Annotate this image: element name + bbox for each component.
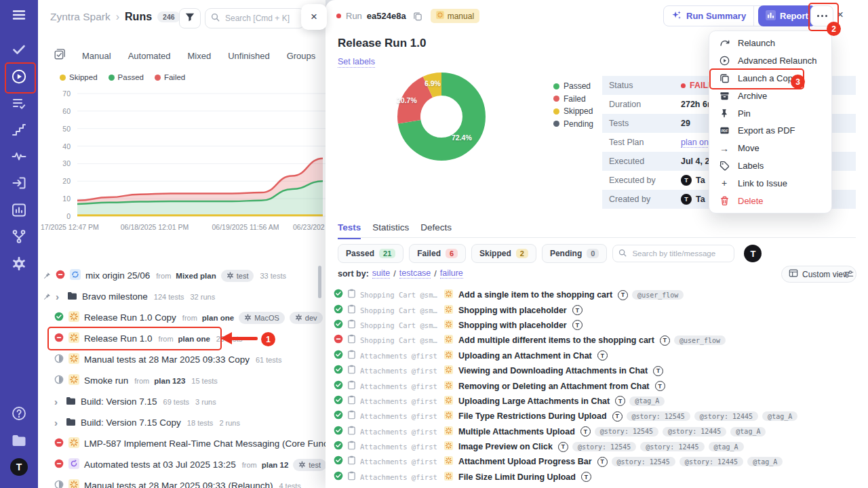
menu-item-archive[interactable]: Archive (709, 87, 831, 104)
test-suite: Attachments @first (360, 367, 440, 375)
donut-legend-item[interactable]: Pending (553, 119, 593, 129)
help-icon[interactable] (11, 405, 27, 422)
menu-item-relaunch[interactable]: Relaunch (709, 35, 831, 52)
tab-mixed[interactable]: Mixed (188, 51, 212, 61)
tab-groups[interactable]: Groups (287, 51, 316, 61)
sort-option-suite[interactable]: suite (372, 268, 390, 279)
check-icon[interactable] (11, 41, 27, 58)
run-row[interactable]: Manual tests at 28 Mar 2025 09:33 Copy61… (38, 349, 326, 370)
menu-icon[interactable] (11, 7, 27, 23)
menu-item-pin[interactable]: Pin (709, 104, 831, 122)
menu-item-move[interactable]: →Move (709, 140, 831, 157)
tab-automated[interactable]: Automated (128, 51, 171, 61)
sign-in-icon[interactable] (11, 175, 27, 191)
user-avatar[interactable]: T (744, 245, 762, 262)
donut-legend-item[interactable]: Passed (553, 81, 593, 91)
runs-search-input[interactable] (224, 13, 301, 24)
filter-pending[interactable]: Pending0 (542, 244, 607, 263)
run-plan-link[interactable]: plan 12 (262, 461, 289, 469)
view-settings-icon[interactable] (844, 269, 854, 282)
test-row[interactable]: Attachments @firstMultiple Attachments U… (326, 424, 868, 439)
chevron-right-icon[interactable]: › (56, 293, 62, 300)
menu-item-link-to-issue[interactable]: +Link to Issue (709, 174, 831, 192)
run-row[interactable]: Automated tests at 03 Jul 2025 13:25from… (38, 454, 326, 475)
run-row[interactable]: Manual tests at 28 Mar 2025 09:33 (Relau… (38, 475, 326, 488)
test-row[interactable]: Attachments @firstFile Size Limit During… (326, 470, 868, 485)
test-row[interactable]: Attachments @firstRemoving or Deleting a… (326, 378, 868, 393)
donut-legend-item[interactable]: Failed (553, 94, 593, 104)
legend-item[interactable]: Passed (108, 73, 144, 81)
app-logo[interactable]: T (10, 458, 28, 476)
run-plan-link[interactable]: Mixed plan (176, 272, 216, 280)
detail-close-button[interactable]: × (837, 8, 844, 22)
menu-item-labels[interactable]: Labels (709, 157, 831, 175)
report-button[interactable]: Report (758, 5, 816, 26)
steps-icon[interactable] (11, 122, 27, 138)
test-suite: Attachments @first (360, 397, 440, 405)
select-all-icon[interactable] (54, 49, 65, 62)
test-row[interactable]: Shopping Cart @sm…Shopping with placehol… (326, 302, 868, 317)
detail-label: Tests (609, 119, 681, 128)
test-row[interactable]: Attachments @firstViewing and Downloadin… (326, 363, 868, 378)
folder-row[interactable]: ›Build: Version 7.15 Copy18 tests2 runs (38, 412, 326, 433)
sort-option-failure[interactable]: failure (440, 268, 463, 279)
chevron-right-icon[interactable]: › (54, 399, 61, 405)
run-type-manual-icon (68, 353, 79, 367)
runs-filter-tabs: ManualAutomatedMixedUnfinishedGroupstes (54, 49, 326, 62)
status-passed-icon (334, 319, 343, 331)
test-row[interactable]: Shopping Cart @sm…Add multiple different… (326, 333, 868, 348)
trash-icon (719, 196, 730, 206)
run-row[interactable]: LMP-587 Implement Real-Time Chat Messagi… (38, 433, 326, 454)
chevron-right-icon[interactable]: › (54, 420, 61, 426)
branch-icon[interactable] (11, 228, 27, 245)
test-row[interactable]: Shopping Cart @sm…Shopping with placehol… (326, 318, 868, 333)
gear-icon[interactable] (11, 256, 27, 272)
activity-icon[interactable] (11, 148, 27, 165)
run-row[interactable]: Smoke runfromplan 12315 tests (38, 370, 326, 391)
copy-run-id-button[interactable] (413, 12, 422, 21)
test-row[interactable]: Attachments @firstImage Preview on Click… (326, 439, 868, 454)
tab-unfinished[interactable]: Unfinished (228, 51, 269, 61)
scrollbar[interactable] (318, 266, 321, 298)
menu-item-advanced-relaunch[interactable]: Advanced Relaunch (709, 52, 831, 70)
folder-row[interactable]: ›Build: Version 7.1569 tests3 runs (38, 391, 326, 412)
menu-item-export-as-pdf[interactable]: PDFExport as PDF (709, 122, 831, 140)
status-passed-icon (334, 395, 343, 407)
play-icon[interactable] (11, 68, 27, 85)
test-row[interactable]: Shopping Cart @sm…Add a single item to t… (326, 287, 868, 302)
legend-item[interactable]: Skipped (60, 73, 98, 81)
filter-failed[interactable]: Failed6 (409, 244, 466, 263)
search-icon (211, 12, 220, 24)
folder-row[interactable]: ›Bravo milestone124 tests32 runs (38, 286, 326, 307)
test-row[interactable]: Attachments @firstUploading Large Attach… (326, 394, 868, 409)
run-row[interactable]: Release Run 1.0 Copyfromplan oneMacOSdev… (38, 307, 326, 328)
set-labels-link[interactable]: Set labels (338, 57, 375, 68)
status-passed-icon (334, 441, 343, 453)
folder-icon[interactable] (11, 432, 27, 449)
test-search-input[interactable] (631, 249, 738, 258)
test-tag: @story: 12545 (595, 427, 658, 436)
run-name: Manual tests at 28 Mar 2025 09:33 Copy (84, 354, 250, 365)
menu-item-launch-a-copy[interactable]: Launch a Copy (709, 70, 831, 87)
test-row[interactable]: Attachments @firstUploading an Attachmen… (326, 348, 868, 363)
filter-passed[interactable]: Passed21 (338, 244, 403, 263)
run-plan-link[interactable]: plan one (178, 335, 210, 343)
legend-item[interactable]: Failed (155, 73, 185, 81)
run-plan-link[interactable]: plan one (202, 314, 234, 322)
list-check-icon[interactable] (11, 96, 27, 112)
run-row[interactable]: mix origin 25/06fromMixed plantest33 tes… (38, 265, 326, 286)
run-plan-link[interactable]: plan 123 (154, 377, 185, 385)
test-row[interactable]: Attachments @firstAttachment Upload Prog… (326, 454, 868, 469)
breadcrumb-project[interactable]: Zyntra Spark (50, 11, 111, 23)
tab-manual[interactable]: Manual (82, 51, 111, 61)
run-type-manual-icon (68, 374, 79, 388)
filter-button[interactable] (179, 8, 201, 28)
run-row[interactable]: Release Run 1.0fromplan one29 tests (38, 328, 326, 349)
bar-chart-icon[interactable] (11, 202, 27, 218)
donut-legend-item[interactable]: Skipped (553, 106, 593, 116)
filter-skipped[interactable]: Skipped2 (471, 244, 536, 263)
menu-item-delete[interactable]: Delete (709, 192, 831, 209)
sort-option-testcase[interactable]: testcase (399, 268, 431, 279)
test-row[interactable]: Attachments @firstFile Type Restrictions… (326, 409, 868, 424)
panel-close-button[interactable]: × (301, 4, 327, 30)
